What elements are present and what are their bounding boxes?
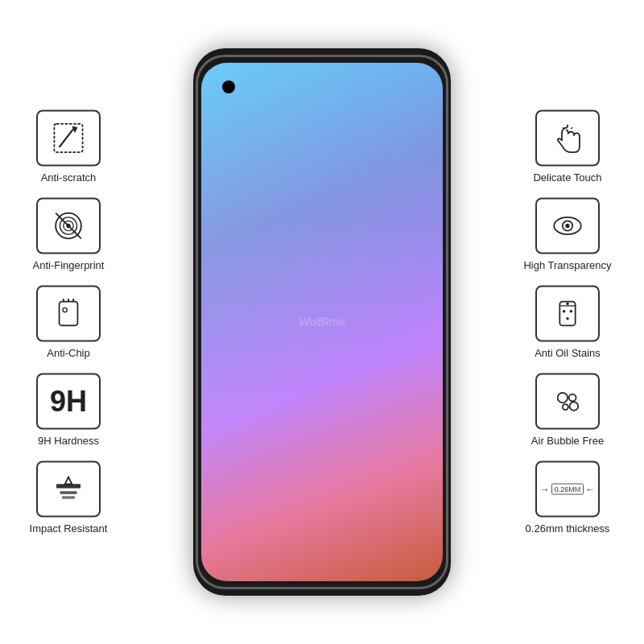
svg-rect-21 [559, 302, 575, 326]
feature-delicate-touch: Delicate Touch [533, 110, 601, 184]
air-bubble-icon-box [535, 374, 600, 430]
left-features: Anti-scratch Anti-Fingerprint [0, 110, 137, 535]
feature-anti-scratch: Anti-scratch [36, 110, 101, 184]
svg-rect-15 [62, 496, 75, 499]
svg-point-20 [568, 223, 571, 225]
right-features: Delicate Touch High Transparency [491, 110, 644, 535]
svg-marker-16 [65, 477, 72, 485]
eye-icon [550, 208, 585, 244]
svg-point-24 [566, 317, 569, 320]
anti-oil-icon-box [535, 286, 600, 342]
scratch-icon [51, 121, 86, 156]
svg-point-22 [563, 310, 566, 313]
feature-anti-oil-stains: Anti Oil Stains [535, 286, 601, 359]
svg-point-23 [570, 310, 573, 313]
svg-rect-0 [54, 124, 82, 152]
anti-scratch-icon-box [36, 110, 101, 167]
feature-thickness: → 0.26MM ← 0.26mm thickness [526, 461, 610, 535]
air-bubble-free-label: Air Bubble Free [531, 435, 604, 447]
chip-icon [51, 296, 86, 332]
feature-anti-fingerprint: Anti-Fingerprint [33, 198, 105, 271]
feature-anti-chip: Anti-Chip [36, 286, 101, 359]
svg-rect-8 [60, 302, 78, 326]
thickness-icon-box: → 0.26MM ← [535, 461, 600, 518]
feature-9h-hardness: 9H 9H Hardness [36, 374, 101, 447]
anti-scratch-label: Anti-scratch [41, 171, 97, 184]
anti-chip-label: Anti-Chip [47, 347, 89, 359]
feature-high-transparency: High Transparency [523, 198, 611, 271]
touch-icon [550, 121, 585, 156]
svg-rect-14 [60, 491, 76, 494]
thickness-label: 0.26mm thickness [526, 522, 610, 535]
anti-fingerprint-icon-box [36, 198, 101, 254]
camera-hole [222, 80, 235, 93]
impact-icon-box [36, 461, 101, 518]
svg-point-28 [569, 394, 576, 402]
phone-wrapper: WolfRme [185, 40, 459, 604]
bubble-icon [550, 384, 585, 419]
svg-point-27 [558, 393, 568, 402]
screen-protector [196, 55, 448, 589]
phone-outer: WolfRme [193, 48, 451, 596]
feature-impact-resistant: Impact Resistant [30, 461, 108, 535]
anti-oil-label: Anti Oil Stains [535, 347, 601, 359]
arrow-left: → [540, 484, 550, 495]
feature-air-bubble-free: Air Bubble Free [531, 374, 604, 447]
svg-point-12 [63, 308, 67, 312]
9h-icon: 9H [50, 387, 87, 416]
impact-resistant-label: Impact Resistant [30, 522, 108, 535]
high-transparency-icon-box [535, 198, 600, 254]
oil-stain-icon [550, 296, 585, 332]
svg-point-29 [563, 404, 568, 410]
main-container: Anti-scratch Anti-Fingerprint [0, 0, 644, 644]
anti-chip-icon-box [36, 286, 101, 342]
svg-point-30 [570, 402, 579, 411]
anti-fingerprint-label: Anti-Fingerprint [33, 259, 105, 271]
fingerprint-icon [51, 208, 86, 244]
9h-icon-box: 9H [36, 374, 101, 430]
high-transparency-label: High Transparency [523, 259, 611, 271]
svg-point-26 [566, 302, 569, 305]
impact-icon [51, 472, 86, 507]
9h-hardness-label: 9H Hardness [38, 435, 99, 447]
delicate-touch-icon-box [535, 110, 600, 167]
thickness-arrows: → 0.26MM ← [540, 484, 596, 495]
svg-line-1 [60, 129, 74, 147]
arrow-right: ← [585, 484, 595, 495]
thickness-value-box: 0.26MM [551, 484, 584, 495]
delicate-touch-label: Delicate Touch [533, 171, 601, 184]
